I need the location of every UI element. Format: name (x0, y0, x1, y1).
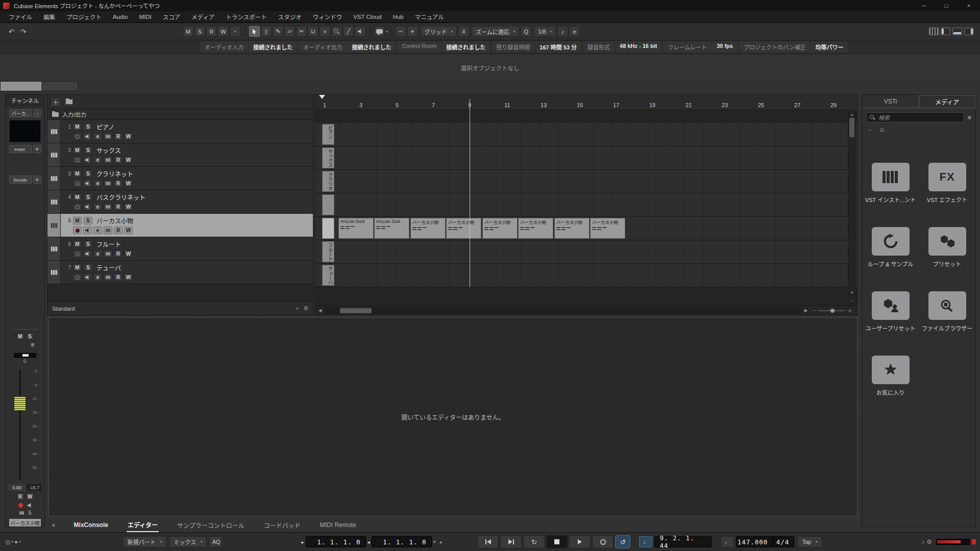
read-button[interactable]: R (114, 203, 122, 211)
menu-project[interactable]: プロジェクト (61, 13, 107, 21)
io-folder-track[interactable]: 入力/出力 (47, 109, 313, 120)
maximize-button[interactable]: □ (935, 0, 958, 11)
midi-part[interactable]: ピアノ (322, 124, 334, 145)
menu-window[interactable]: ウィンドウ (307, 13, 348, 21)
track-lanes[interactable]: ピアノ サックス クラリネ HALion Soni HALion Soni バー… (315, 123, 857, 287)
tab-mixconsole[interactable]: MixConsole (73, 519, 109, 531)
horizontal-zoom-controls[interactable]: − ＋ (810, 307, 855, 314)
track-row-4[interactable]: 4 M S バスクラリネット e R W (47, 190, 313, 214)
channel-read-button[interactable]: R (16, 493, 24, 500)
track-name[interactable]: バスクラリネット (96, 193, 145, 202)
record-enable-button[interactable] (73, 180, 82, 187)
mute-button[interactable]: M (73, 240, 82, 248)
record-enable-button[interactable] (73, 203, 82, 211)
record-modes-icon[interactable]: ◎ (5, 538, 10, 545)
global-read-button[interactable]: R (206, 26, 217, 37)
channel-edit-button[interactable]: e (29, 341, 36, 348)
write-button[interactable]: W (124, 203, 133, 211)
record-enable-button[interactable] (73, 273, 82, 281)
channel-write-button[interactable]: W (26, 493, 34, 500)
channel-name-label[interactable]: バーカス小物 (9, 519, 41, 527)
minimize-button[interactable]: ─ (913, 0, 935, 11)
erase-tool[interactable]: ▱ (284, 26, 295, 37)
goto-start-button[interactable] (477, 535, 499, 548)
write-button[interactable]: W (124, 227, 133, 234)
midi-part[interactable]: バーカス小物 (410, 218, 446, 239)
menu-studio[interactable]: スタジオ (273, 13, 307, 21)
draw-tool[interactable]: ✎ (273, 26, 283, 37)
fader-handle[interactable] (14, 396, 26, 411)
snap-zero-crossing-button[interactable]: ∼ (396, 26, 406, 37)
track-row-2[interactable]: 2 M S サックス e R W (47, 143, 313, 167)
quantize-icon[interactable]: Q (521, 26, 531, 37)
quantize-dropdown[interactable]: 1/8▾ (534, 26, 556, 37)
right-locator-icon[interactable]: ◂ (368, 539, 370, 545)
track-name[interactable]: バーカス小物 (96, 216, 133, 225)
menu-hub[interactable]: Hub (387, 14, 409, 20)
midi-activity-icon[interactable]: ● (14, 538, 18, 545)
monitor-button[interactable] (83, 180, 92, 187)
channel-monitor-icon[interactable] (28, 503, 33, 508)
glue-tool[interactable]: ⊔ (308, 26, 318, 37)
event-display-area[interactable]: 1 3 5 7 9 11 13 15 17 19 21 23 25 27 29 … (314, 94, 857, 315)
grid-icon[interactable]: # (458, 26, 469, 37)
tile-file-browser[interactable]: ファイルブラウザー (920, 291, 974, 332)
solo-button[interactable]: S (84, 217, 92, 224)
project-overview-strip[interactable] (0, 81, 78, 91)
tab-chord-pads[interactable]: コードパッド (263, 519, 302, 532)
instrument-button[interactable] (104, 180, 112, 187)
split-tool[interactable]: ✂ (296, 26, 307, 37)
scroll-right-icon[interactable]: ▶ (802, 308, 810, 313)
track-name[interactable]: フルート (96, 240, 121, 248)
lane-bass-clarinet[interactable] (315, 193, 857, 217)
tile-presets[interactable]: プリセット (920, 227, 974, 268)
inserts-button[interactable]: Inser. (9, 145, 32, 153)
midi-part[interactable]: サックス (322, 147, 334, 168)
record-enable-button-active[interactable] (73, 227, 82, 234)
edit-channel-button[interactable]: e (93, 203, 102, 211)
menu-scores[interactable]: スコア (157, 13, 186, 21)
write-button[interactable]: W (124, 180, 133, 187)
menu-manual[interactable]: マニュアル (409, 13, 450, 21)
horizontal-scroll-thumb[interactable] (340, 308, 372, 313)
play-tool[interactable] (355, 26, 365, 37)
preset-dropdown-caret[interactable]: ▾ (297, 307, 299, 311)
record-enable-button[interactable] (73, 156, 82, 164)
edit-channel-button[interactable]: e (93, 273, 102, 281)
zoom-slider[interactable] (818, 310, 845, 311)
inserts-add-icon[interactable]: ⊕ (33, 145, 41, 153)
right-zone-toggle-icon[interactable] (964, 28, 974, 35)
punch-out-icon[interactable]: ▲ (438, 540, 443, 544)
instrument-button[interactable] (104, 133, 112, 140)
edit-channel-button[interactable]: e (93, 180, 102, 187)
goto-end-button[interactable] (500, 535, 522, 548)
iterative-quantize-icon[interactable]: ♪ (557, 26, 568, 37)
record-mode-dropdown[interactable]: ミックス▾ (169, 536, 207, 547)
channel-export-icon[interactable]: → (33, 109, 41, 117)
tab-editor[interactable]: エディター (127, 518, 159, 532)
menu-edit[interactable]: 編集 (38, 13, 61, 21)
track-height-preset[interactable]: Standard (52, 306, 75, 312)
range-selection-tool[interactable]: ▯ (261, 26, 272, 37)
add-track-button[interactable]: ＋ (51, 97, 61, 107)
tab-media[interactable]: メディア (919, 95, 975, 108)
midi-part[interactable]: バーカス小物 (482, 218, 518, 239)
track-visibility-icon[interactable] (64, 97, 74, 107)
menu-media[interactable]: メディア (186, 13, 220, 21)
track-row-6[interactable]: 6 M S フルート e R W (47, 237, 313, 261)
solo-button[interactable]: S (84, 123, 92, 131)
channel-record-enable-button[interactable] (18, 503, 23, 508)
solo-button[interactable]: S (84, 240, 92, 248)
tile-vst-effects[interactable]: FX VST エフェクト (920, 163, 974, 204)
mute-button[interactable]: M (73, 264, 82, 271)
sends-add-icon[interactable]: ⊕ (33, 176, 41, 184)
track-name[interactable]: クラリネット (96, 169, 133, 178)
zoom-in-icon[interactable]: ＋ (847, 307, 852, 314)
mute-button[interactable]: M (73, 146, 82, 154)
grid-type-dropdown[interactable]: グリッド▾ (421, 26, 457, 37)
monitor-button[interactable] (83, 203, 92, 211)
menu-transport[interactable]: トランスポート (220, 13, 272, 21)
zoom-slider-handle[interactable] (830, 309, 835, 313)
monitor-button[interactable] (83, 133, 92, 140)
tab-midi-remote[interactable]: MIDI Remote (319, 519, 357, 531)
